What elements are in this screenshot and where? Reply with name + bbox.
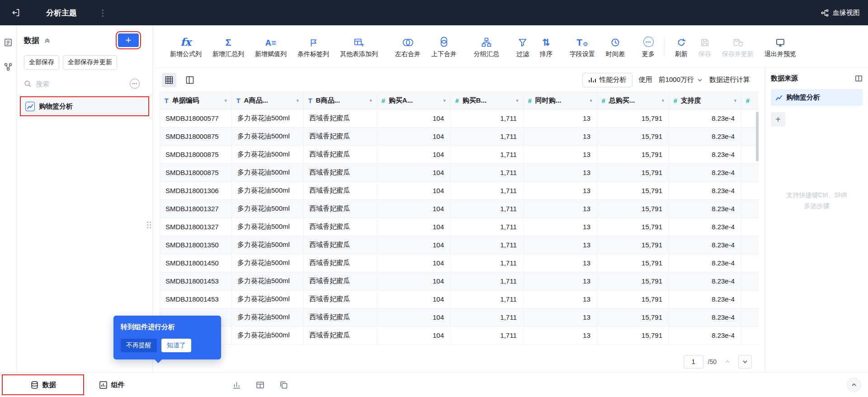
table-cell <box>741 182 759 200</box>
tool-refresh[interactable]: 刷新 <box>670 34 693 58</box>
add-table-icon[interactable] <box>255 379 265 390</box>
table-cell <box>741 326 759 345</box>
column-header-3[interactable]: #购买A...▾ <box>377 92 451 109</box>
row-limit-select[interactable]: 前1000万行 <box>659 76 703 84</box>
save-all-button[interactable]: 全部保存 <box>24 55 59 70</box>
card-view-button[interactable] <box>183 73 197 87</box>
add-chart-icon[interactable] <box>231 379 242 390</box>
collapse-panel-icon[interactable] <box>44 37 51 44</box>
column-header-4[interactable]: #购买B...▾ <box>451 92 524 109</box>
search-input[interactable] <box>36 80 126 88</box>
add-data-button[interactable]: + <box>118 33 139 47</box>
performance-analysis-button[interactable]: 性能分析 <box>582 73 632 87</box>
confirm-button[interactable]: 知道了 <box>161 339 191 352</box>
dismiss-button[interactable]: 不再提醒 <box>121 339 157 352</box>
table-cell: 西域香妃蜜瓜 <box>304 326 377 345</box>
more-menu-icon[interactable]: ⋮ <box>99 8 107 18</box>
column-header-0[interactable]: T单据编码▾ <box>160 92 232 109</box>
table-cell: 13 <box>524 200 597 218</box>
column-menu-icon[interactable]: ▾ <box>369 98 372 104</box>
pagination: /50 <box>153 351 765 372</box>
table-cell <box>741 200 759 218</box>
condition-tag-column-icon <box>309 34 318 47</box>
tool-condition-tag-column[interactable]: 条件标签列 <box>292 34 335 58</box>
table-cell: 多力葵花油500ml <box>232 200 304 218</box>
column-menu-icon[interactable]: ▾ <box>590 98 592 104</box>
tool-sort[interactable]: ⇅排序 <box>534 34 558 58</box>
table-cell: 西域香妃蜜瓜 <box>304 272 377 290</box>
column-header-6[interactable]: #总购买...▾ <box>597 92 669 109</box>
add-step-button[interactable]: + <box>771 112 785 127</box>
column-menu-icon[interactable]: ▾ <box>661 98 664 104</box>
page-down-button[interactable] <box>738 355 752 369</box>
page-up-button[interactable] <box>721 355 734 368</box>
tool-exit-and-preview[interactable]: 退出并预览 <box>759 34 802 58</box>
data-source-header: 数据来源 <box>771 74 863 83</box>
column-header-2[interactable]: TB商品...▾ <box>304 92 377 109</box>
dataset-item[interactable]: 购物篮分析 <box>21 98 148 115</box>
tool-add-assign-column[interactable]: A≡新增赋值列 <box>250 34 292 58</box>
table-cell: 15,791 <box>597 146 669 164</box>
column-header-8[interactable]: # <box>741 92 759 109</box>
table-cell: 多力葵花油500ml <box>232 272 304 290</box>
table-cell: SMDBJ18001327 <box>160 218 232 236</box>
source-step-item[interactable]: 购物篮分析 <box>771 89 863 106</box>
tool-add-aggregate-column[interactable]: Σ新增汇总列 <box>207 34 250 58</box>
tool-add-column-from-other-table[interactable]: 其他表添加列 <box>335 34 383 58</box>
vertical-scrollbar[interactable] <box>756 112 759 161</box>
table-cell: 1,711 <box>451 164 524 182</box>
tab-component-label: 组件 <box>111 381 125 389</box>
grid-view-button[interactable] <box>162 73 176 87</box>
relation-icon[interactable] <box>3 61 14 72</box>
tool-field-settings[interactable]: T⚙字段设置 <box>564 34 600 58</box>
save-buttons: 全部保存 全部保存并更新 <box>17 52 152 71</box>
database-icon <box>30 381 39 389</box>
column-header-5[interactable]: #同时购...▾ <box>524 92 597 109</box>
table-cell: 8.23e-4 <box>669 218 741 236</box>
lineage-view-button[interactable]: 血缘视图 <box>821 9 860 17</box>
exit-icon[interactable] <box>8 5 24 20</box>
page-input[interactable] <box>684 355 703 369</box>
tool-add-formula-column[interactable]: fx新增公式列 <box>165 34 207 58</box>
tab-data[interactable]: 数据 <box>0 373 86 397</box>
panel-layout-icon[interactable] <box>855 75 863 82</box>
tool-save-and-update: 保存并更新 <box>717 34 759 58</box>
column-menu-icon[interactable]: ▾ <box>224 98 227 104</box>
table-cell: 1,711 <box>451 326 524 345</box>
table-cell: SMDBJ18000577 <box>160 109 232 128</box>
table-cell: 13 <box>524 128 597 146</box>
collapse-bottom-icon[interactable] <box>847 378 861 392</box>
tool-more[interactable]: ⋯更多 <box>637 34 660 58</box>
tool-filter[interactable]: 过滤 <box>511 34 534 58</box>
tool-merge-left-right[interactable]: 左右合并 <box>390 34 426 58</box>
save-icon <box>700 34 709 47</box>
table-row: 多力葵花油500ml西域香妃蜜瓜1041,7111315,7918.23e-4 <box>160 326 759 345</box>
search-more-icon[interactable]: ⋯ <box>130 79 140 89</box>
copy-step-icon[interactable] <box>278 379 289 390</box>
more-icon: ⋯ <box>643 34 654 47</box>
bottom-quick-icons <box>231 379 289 390</box>
tool-save: 保存 <box>693 34 717 58</box>
table-row: SMDBJ18001327多力葵花油500ml西域香妃蜜瓜1041,711131… <box>160 218 759 236</box>
panel-resize-handle[interactable] <box>147 222 151 228</box>
tool-group-aggregate[interactable]: 分组汇总 <box>468 34 505 58</box>
table-cell: 多力葵花油500ml <box>232 128 304 146</box>
table-cell: 1,711 <box>451 128 524 146</box>
column-menu-icon[interactable]: ▾ <box>296 98 299 104</box>
table-row: SMDBJ18000577多力葵花油500ml西域香妃蜜瓜1041,711131… <box>160 109 759 128</box>
table-cell: 15,791 <box>597 109 669 128</box>
table-cell: 西域香妃蜜瓜 <box>304 200 377 218</box>
column-header-1[interactable]: TA商品...▾ <box>232 92 304 109</box>
work-region: fx新增公式列Σ新增汇总列A≡新增赋值列条件标签列其他表添加列左右合并上下合并分… <box>153 25 868 372</box>
column-header-7[interactable]: #支持度▾ <box>669 92 741 109</box>
column-menu-icon[interactable]: ▾ <box>443 98 446 104</box>
save-all-update-button[interactable]: 全部保存并更新 <box>63 55 117 70</box>
tool-time-diff[interactable]: 时间差 <box>600 34 630 58</box>
table-cell: SMDBJ18001350 <box>160 236 232 254</box>
column-menu-icon[interactable]: ▾ <box>516 98 519 104</box>
outline-icon[interactable] <box>3 37 14 48</box>
column-menu-icon[interactable]: ▾ <box>734 98 736 104</box>
tab-component[interactable]: 组件 <box>86 373 137 397</box>
table-cell: 15,791 <box>597 218 669 236</box>
tool-merge-up-down[interactable]: 上下合并 <box>426 34 462 58</box>
